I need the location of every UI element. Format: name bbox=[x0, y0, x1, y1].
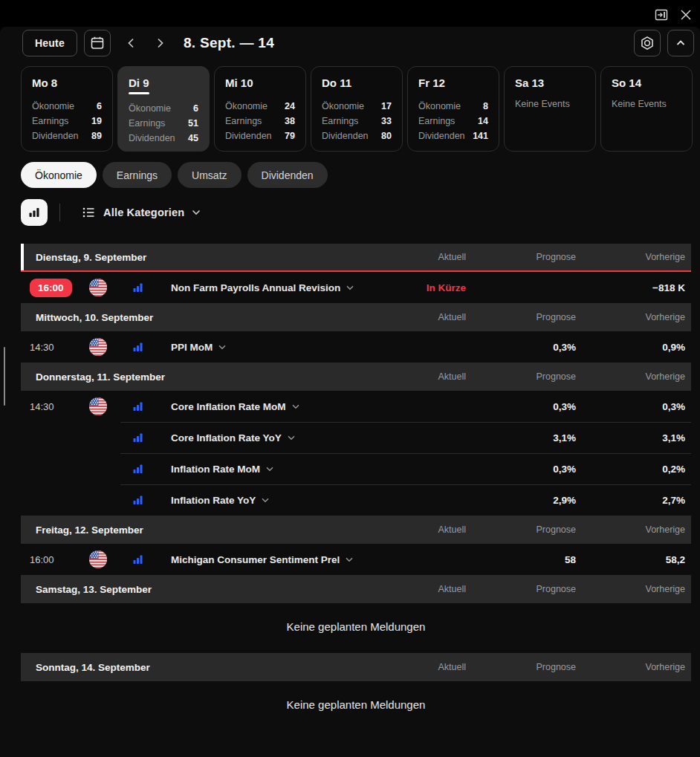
event-chart-cell[interactable] bbox=[116, 341, 161, 353]
event-vorherige-value: 2,7% bbox=[576, 495, 685, 506]
day-card-empty-label: Keine Events bbox=[612, 99, 681, 109]
day-section-title: Dienstag, 9. September bbox=[30, 252, 377, 263]
day-card-do-11[interactable]: Do 11 Ökonomie 17 Earnings 33 Dividenden… bbox=[311, 66, 403, 152]
next-week-button[interactable] bbox=[148, 31, 172, 55]
day-card-mi-10[interactable]: Mi 10 Ökonomie 24 Earnings 38 Dividenden… bbox=[214, 66, 306, 152]
day-card-stat: Dividenden 89 bbox=[32, 129, 102, 143]
day-section-header: Dienstag, 9. September Aktuell Prognose … bbox=[21, 244, 691, 272]
day-card-di-9[interactable]: Di 9 Ökonomie 6 Earnings 51 Dividenden 4… bbox=[117, 66, 210, 152]
event-name: Core Inflation Rate MoM bbox=[171, 401, 286, 412]
event-name-cell[interactable]: Inflation Rate YoY bbox=[161, 495, 377, 506]
event-prognose-value: 0,3% bbox=[466, 464, 576, 475]
day-card-stat-name: Dividenden bbox=[32, 129, 79, 143]
day-card-sa-13[interactable]: Sa 13 Keine Events bbox=[504, 66, 596, 152]
day-card-body: Ökonomie 17 Earnings 33 Dividenden 80 bbox=[322, 99, 392, 143]
event-row[interactable]: Inflation Rate MoM 0,3% 0,2% bbox=[21, 453, 691, 484]
today-button[interactable]: Heute bbox=[22, 30, 77, 56]
column-header-aktuell: Aktuell bbox=[377, 584, 466, 594]
day-card-stat-value: 6 bbox=[193, 101, 198, 116]
column-header-vorherige: Vorherige bbox=[576, 524, 685, 535]
day-card-stat: Earnings 33 bbox=[322, 114, 392, 129]
category-dropdown[interactable]: Alle Kategorien bbox=[75, 201, 207, 224]
column-header-aktuell: Aktuell bbox=[377, 524, 466, 535]
event-chart-cell[interactable] bbox=[116, 494, 161, 506]
mini-chart-icon bbox=[132, 494, 144, 506]
day-card-stat-name: Earnings bbox=[418, 114, 455, 129]
mini-chart-icon bbox=[132, 341, 144, 353]
event-row[interactable]: 16:00 Michigan Con bbox=[21, 544, 691, 575]
popout-button[interactable] bbox=[654, 7, 669, 22]
event-row[interactable]: Core Inflation Rate YoY 3,1% 3,1% bbox=[21, 422, 691, 453]
scrollbar-thumb[interactable] bbox=[4, 347, 5, 406]
event-type-filters: Ökonomie Earnings Umsatz Dividenden bbox=[21, 162, 700, 188]
settings-button[interactable] bbox=[634, 30, 661, 56]
event-name-cell[interactable]: Core Inflation Rate YoY bbox=[161, 432, 377, 444]
chevron-down-icon bbox=[262, 498, 269, 503]
event-chart-cell[interactable] bbox=[116, 432, 161, 444]
day-section-header: Samstag, 13. September Aktuell Prognose … bbox=[21, 575, 691, 603]
filter-chip-dividenden[interactable]: Dividenden bbox=[247, 162, 328, 188]
event-prognose-value: 2,9% bbox=[466, 495, 576, 506]
calendar-picker-button[interactable] bbox=[84, 30, 111, 56]
prev-week-button[interactable] bbox=[120, 31, 143, 55]
day-card-stat-name: Ökonomie bbox=[225, 99, 268, 114]
no-events-message: Keine geplanten Meldungen bbox=[21, 681, 691, 731]
day-card-stat-name: Dividenden bbox=[129, 131, 175, 146]
event-row[interactable]: Inflation Rate YoY 2,9% 2,7% bbox=[21, 484, 691, 516]
event-name-cell[interactable]: PPI MoM bbox=[161, 342, 377, 353]
day-card-so-14[interactable]: So 14 Keine Events bbox=[600, 66, 693, 152]
event-name: Core Inflation Rate YoY bbox=[171, 432, 282, 444]
day-card-stat: Ökonomie 6 bbox=[32, 99, 102, 114]
collapse-panel-button[interactable] bbox=[667, 30, 694, 56]
event-name-cell[interactable]: Core Inflation Rate MoM bbox=[161, 401, 377, 412]
us-flag-icon bbox=[89, 397, 107, 415]
event-chart-cell[interactable] bbox=[116, 282, 161, 293]
day-card-stat-value: 17 bbox=[381, 99, 392, 114]
column-header-prognose: Prognose bbox=[466, 371, 576, 382]
day-card-stat-name: Dividenden bbox=[322, 129, 369, 143]
chevron-down-icon bbox=[346, 557, 353, 562]
calendar-icon bbox=[89, 35, 106, 51]
day-section-title: Sonntag, 14. September bbox=[30, 662, 377, 673]
event-flag-cell bbox=[80, 397, 116, 415]
filter-chip-earnings[interactable]: Earnings bbox=[103, 162, 172, 188]
day-card-fr-12[interactable]: Fr 12 Ökonomie 8 Earnings 14 Dividenden … bbox=[407, 66, 499, 152]
category-bar: Alle Kategorien bbox=[21, 199, 700, 226]
event-name-cell[interactable]: Non Farm Payrolls Annual Revision bbox=[161, 282, 377, 293]
column-header-prognose: Prognose bbox=[466, 252, 576, 262]
column-header-aktuell: Aktuell bbox=[377, 371, 466, 382]
day-card-stat-name: Ökonomie bbox=[32, 99, 74, 114]
event-name: Inflation Rate YoY bbox=[171, 495, 256, 506]
event-vorherige-value: 58,2 bbox=[576, 554, 685, 565]
event-name-cell[interactable]: Inflation Rate MoM bbox=[161, 464, 377, 475]
filter-chip-ökonomie[interactable]: Ökonomie bbox=[21, 162, 97, 188]
event-name: Michigan Consumer Sentiment Prel bbox=[171, 554, 340, 565]
event-row[interactable]: 14:30 Core Inflati bbox=[21, 391, 691, 422]
chevron-right-icon bbox=[153, 36, 166, 50]
event-chart-cell[interactable] bbox=[116, 400, 161, 412]
event-name-cell[interactable]: Michigan Consumer Sentiment Prel bbox=[161, 554, 377, 565]
event-row[interactable]: 14:30 PPI MoM bbox=[21, 331, 691, 363]
mini-chart-icon bbox=[132, 400, 144, 412]
chart-view-button[interactable] bbox=[21, 199, 48, 226]
day-section-header: Freitag, 12. September Aktuell Prognose … bbox=[21, 516, 691, 544]
day-card-stat-value: 80 bbox=[381, 129, 392, 143]
column-header-prognose: Prognose bbox=[466, 524, 576, 535]
day-card-title: Mo 8 bbox=[32, 77, 102, 89]
filter-chip-umsatz[interactable]: Umsatz bbox=[178, 162, 241, 188]
event-vorherige-value: 0,3% bbox=[576, 401, 685, 412]
event-chart-cell[interactable] bbox=[116, 553, 161, 565]
day-card-stat-value: 6 bbox=[97, 99, 102, 114]
day-card-stat-value: 89 bbox=[91, 129, 102, 143]
day-card-stat: Dividenden 45 bbox=[129, 131, 198, 146]
us-flag-icon bbox=[89, 279, 107, 296]
day-card-stat: Ökonomie 17 bbox=[322, 99, 392, 114]
event-flag-cell bbox=[80, 338, 116, 356]
event-row[interactable]: 16:00 Non Farm Pay bbox=[21, 272, 691, 303]
day-card-mo-8[interactable]: Mo 8 Ökonomie 6 Earnings 19 Dividenden 8… bbox=[21, 66, 113, 152]
day-card-stat: Earnings 38 bbox=[225, 114, 295, 129]
event-chart-cell[interactable] bbox=[116, 463, 161, 475]
no-events-message: Keine geplanten Meldungen bbox=[21, 603, 691, 653]
close-button[interactable] bbox=[678, 7, 693, 22]
day-card-body: Ökonomie 24 Earnings 38 Dividenden 79 bbox=[225, 99, 295, 143]
